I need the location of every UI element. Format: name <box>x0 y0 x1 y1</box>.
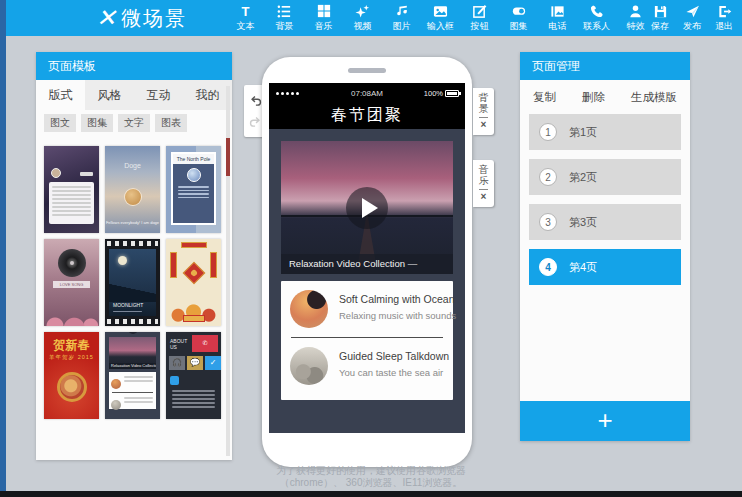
lantern-banner <box>170 252 177 278</box>
tab-interactive[interactable]: 互动 <box>134 80 183 110</box>
toggle-icon <box>511 4 527 19</box>
doge-avatar <box>124 188 142 206</box>
video-element[interactable]: Relaxation Video Collection — <box>281 141 453 274</box>
template-about-tiles[interactable]: ABOUT US ✆ 🎧 💬 ✓ <box>166 332 221 419</box>
toolbar-item-image[interactable]: 图片 <box>382 0 421 36</box>
music-note-icon <box>395 4 409 19</box>
music-tab: 音乐 × <box>473 160 494 207</box>
moon-image <box>118 256 127 265</box>
toolbar-item-background[interactable]: 背景 <box>265 0 304 36</box>
toolbar-item-button[interactable]: 按钮 <box>460 0 499 36</box>
template-relax-video[interactable]: Relaxation Video Collection — <box>105 332 160 419</box>
page-item-1[interactable]: 1 第1页 <box>529 114 681 150</box>
background-tab: 背景 × <box>473 88 494 135</box>
browser-hint: 为了获得更好的使用，建议使用谷歌浏览器 （chrome）、 360浏览器、IE1… <box>0 465 742 489</box>
text-icon: T <box>242 4 250 19</box>
page-title[interactable]: 春节团聚 <box>269 103 465 129</box>
tab-style[interactable]: 风格 <box>85 80 134 110</box>
toolbar-item-contacts[interactable]: 联系人 <box>577 0 616 36</box>
stars-icon <box>355 4 370 19</box>
battery-icon <box>445 90 459 97</box>
page-actions: 复制 删除 生成模版 <box>520 80 690 114</box>
phone-speaker <box>348 68 386 73</box>
toolbar-actions: 保存 发布 退出 <box>644 0 740 36</box>
play-button[interactable] <box>346 187 388 229</box>
status-bar: 07:08AM 100% <box>269 83 465 103</box>
video-caption: Relaxation Video Collection — <box>281 254 453 274</box>
template-panel-title: 页面模板 <box>36 52 232 80</box>
tab-layout[interactable]: 版式 <box>36 80 85 110</box>
tab-mine[interactable]: 我的 <box>183 80 232 110</box>
check-tile: ✓ <box>205 356 221 370</box>
toolbar-item-input[interactable]: 输入框 <box>421 0 460 36</box>
photo-frame-icon <box>550 4 565 19</box>
template-quote-night[interactable] <box>44 146 99 233</box>
toolbar-item-gallery[interactable]: 图集 <box>499 0 538 36</box>
paper-plane-icon <box>685 4 700 19</box>
battery-percent: 100% <box>424 89 443 98</box>
save-icon <box>653 4 668 19</box>
person-icon <box>628 4 643 19</box>
chinese-knot <box>182 262 205 285</box>
playlist-thumb <box>290 347 328 385</box>
close-icon[interactable]: × <box>481 192 487 202</box>
filter-text[interactable]: 文字 <box>118 114 150 132</box>
playlist-item[interactable]: Guided Sleep Talkdown You can taste the … <box>281 338 453 394</box>
toolbar-item-music[interactable]: 音乐 <box>304 0 343 36</box>
page-item-4-selected[interactable]: 4 第4页 <box>529 249 681 285</box>
publish-button[interactable]: 发布 <box>676 0 708 36</box>
toolbar-nav: T 文本 背景 音乐 视频 <box>226 0 655 36</box>
redo-icon[interactable] <box>249 115 262 128</box>
copy-page-button[interactable]: 复制 <box>533 90 556 105</box>
playlist-item[interactable]: Soft Calming with Ocean Relaxing music w… <box>281 281 453 337</box>
filter-chart[interactable]: 图表 <box>155 114 187 132</box>
scrollbar-thumb[interactable] <box>226 138 230 176</box>
list-icon <box>277 4 292 19</box>
template-new-year-red[interactable]: 贺新春 羊年贺岁 2015 <box>44 332 99 419</box>
editor-window: ✕ 微场景 T 文本 背景 音乐 <box>0 0 742 497</box>
filter-imagetext[interactable]: 图文 <box>44 114 76 132</box>
window-bottom-edge <box>0 491 742 497</box>
template-panel: 页面模板 版式 风格 互动 我的 图文 图集 文字 图表 Doge Fellow… <box>36 52 232 460</box>
exit-button[interactable]: 退出 <box>708 0 740 36</box>
exit-icon <box>717 4 732 19</box>
play-icon <box>128 332 138 334</box>
page-list: 1 第1页 2 第2页 3 第3页 4 第4页 <box>520 114 690 285</box>
phone-tile: ✆ <box>192 335 218 352</box>
template-doge[interactable]: Doge Fellows everybody! I am doge <box>105 146 160 233</box>
lantern-banner <box>210 252 217 278</box>
window-left-edge <box>0 0 6 497</box>
gold-flower-wreath <box>57 372 87 402</box>
template-grid: Doge Fellows everybody! I am doge The No… <box>44 146 222 419</box>
filter-gallery[interactable]: 图集 <box>81 114 113 132</box>
template-tabs: 版式 风格 互动 我的 <box>36 80 232 110</box>
edit-icon <box>472 4 487 19</box>
page-item-2[interactable]: 2 第2页 <box>529 159 681 195</box>
logo-text: 微场景 <box>121 5 187 32</box>
template-scrollbar[interactable] <box>226 86 230 456</box>
undo-icon[interactable] <box>249 94 262 107</box>
toolbar-item-text[interactable]: T 文本 <box>226 0 265 36</box>
toolbar-item-video[interactable]: 视频 <box>343 0 382 36</box>
toolbar-item-phone[interactable]: 电话 <box>538 0 577 36</box>
save-button[interactable]: 保存 <box>644 0 676 36</box>
grid-icon <box>317 4 331 19</box>
template-love-song[interactable]: LOVE SONG <box>44 239 99 326</box>
close-icon[interactable]: × <box>481 120 487 130</box>
globe-image <box>187 168 201 182</box>
template-new-year-cream[interactable] <box>166 239 221 326</box>
page-item-3[interactable]: 3 第3页 <box>529 204 681 240</box>
page-management-panel: 页面管理 复制 删除 生成模版 1 第1页 2 第2页 3 第3页 4 第4页 <box>520 52 690 441</box>
template-moonlight[interactable]: MOONLIGHT <box>105 239 160 326</box>
phone-screen: 07:08AM 100% 春节团聚 Relaxation Video Colle… <box>269 83 465 433</box>
delete-page-button[interactable]: 删除 <box>582 90 605 105</box>
logo-x-icon: ✕ <box>96 6 116 30</box>
make-template-button[interactable]: 生成模版 <box>631 90 677 105</box>
picture-icon <box>433 4 448 19</box>
chat-tile: 💬 <box>187 356 203 370</box>
add-page-button[interactable]: + <box>520 401 690 441</box>
playlist-card: Soft Calming with Ocean Relaxing music w… <box>281 281 453 400</box>
playlist-thumb <box>290 290 328 328</box>
phone-preview: 07:08AM 100% 春节团聚 Relaxation Video Colle… <box>262 57 472 467</box>
template-north-pole[interactable]: The North Pole <box>166 146 221 233</box>
